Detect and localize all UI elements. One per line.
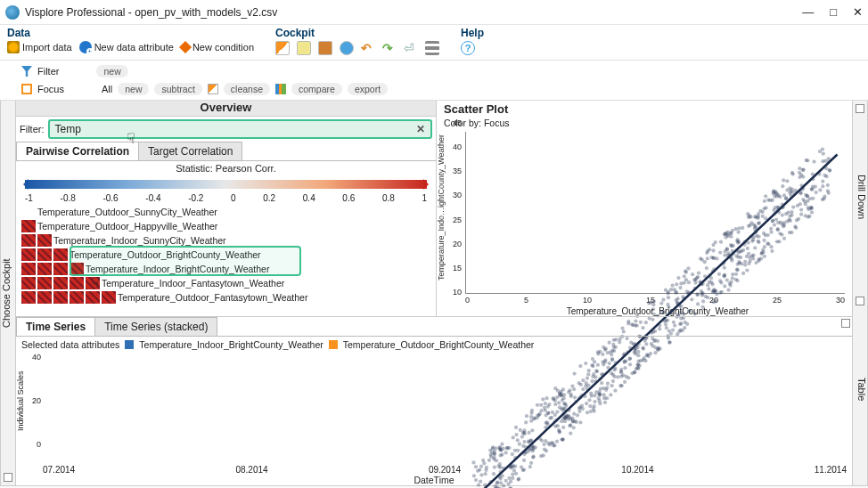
timeseries-panel: Time Series Time Series (stacked) Select… — [16, 316, 852, 485]
svg-point-205 — [821, 180, 824, 183]
svg-point-27 — [741, 272, 745, 275]
svg-point-795 — [687, 281, 691, 284]
svg-point-656 — [712, 289, 716, 293]
svg-point-824 — [651, 303, 655, 306]
svg-point-845 — [799, 191, 803, 195]
new-condition-button[interactable]: New condition — [181, 42, 254, 53]
svg-point-570 — [818, 188, 822, 191]
svg-point-763 — [661, 298, 665, 302]
correlation-matrix[interactable]: Temperature_Outdoor_SunnyCity_Weather Te… — [16, 203, 436, 306]
scatter-plot[interactable] — [465, 132, 845, 294]
svg-point-406 — [731, 276, 734, 280]
minimize-button[interactable]: — — [802, 5, 814, 19]
undo-icon[interactable]: ↶ — [361, 41, 375, 55]
svg-point-710 — [729, 235, 733, 239]
expand-icon[interactable] — [856, 104, 864, 113]
svg-point-323 — [749, 235, 752, 239]
svg-point-316 — [719, 240, 723, 244]
window-tool-icon[interactable] — [297, 41, 311, 55]
svg-point-847 — [757, 212, 760, 216]
svg-point-606 — [764, 194, 767, 198]
overview-filter-input[interactable]: Temp ✕ ☟ — [48, 119, 433, 139]
svg-point-708 — [764, 233, 767, 237]
table-tab[interactable]: Table — [852, 293, 868, 485]
svg-point-873 — [750, 240, 754, 243]
timeseries-ylabel: Individual Scales — [16, 353, 29, 449]
focus-label: Focus — [37, 84, 64, 94]
svg-point-827 — [823, 197, 826, 200]
database-icon — [7, 41, 20, 53]
tab-pairwise-correlation[interactable]: Pairwise Correlation — [16, 142, 139, 160]
svg-point-726 — [690, 297, 693, 301]
filter-new-pill[interactable]: new — [96, 65, 127, 77]
svg-point-293 — [686, 266, 690, 270]
svg-point-310 — [799, 213, 803, 216]
svg-point-680 — [749, 259, 752, 263]
svg-point-812 — [708, 281, 711, 284]
overview-filter-label: Filter: — [20, 124, 45, 134]
scatter-title: Scatter Plot — [438, 101, 850, 118]
svg-point-793 — [795, 218, 798, 222]
svg-point-694 — [736, 231, 740, 234]
svg-point-249 — [659, 301, 663, 305]
svg-point-893 — [738, 261, 741, 264]
scatter-subtitle: Color by: Focus — [438, 118, 850, 130]
svg-point-290 — [776, 228, 780, 232]
svg-point-764 — [821, 147, 824, 150]
focus-all[interactable]: All — [102, 84, 112, 94]
maximize-button[interactable]: □ — [830, 5, 837, 19]
svg-point-576 — [681, 295, 684, 298]
svg-point-565 — [705, 251, 708, 255]
back-icon[interactable]: ⏎ — [404, 41, 418, 55]
clear-filter-icon[interactable]: ✕ — [416, 123, 425, 135]
svg-point-275 — [772, 208, 775, 212]
svg-point-398 — [807, 215, 811, 218]
tab-time-series-stacked[interactable]: Time Series (stacked) — [94, 317, 217, 336]
svg-point-108 — [821, 184, 824, 188]
swatch-blue-icon — [125, 340, 134, 349]
focus-subtract-pill[interactable]: subtract — [154, 83, 201, 95]
svg-point-295 — [753, 246, 757, 249]
svg-point-524 — [712, 256, 716, 260]
redo-icon[interactable]: ↷ — [382, 41, 397, 55]
expand-icon[interactable] — [841, 319, 850, 328]
focus-export-pill[interactable]: export — [348, 83, 388, 95]
svg-point-648 — [790, 194, 793, 198]
tab-time-series[interactable]: Time Series — [16, 317, 95, 336]
tab-target-correlation[interactable]: Target Correlation — [138, 142, 242, 160]
svg-point-884 — [828, 168, 831, 172]
expand-icon[interactable] — [856, 297, 864, 305]
brush-tool-icon[interactable] — [318, 41, 332, 55]
focus-new-pill[interactable]: new — [118, 83, 149, 95]
svg-point-614 — [753, 215, 757, 218]
circle-tool-icon[interactable] — [340, 41, 354, 55]
svg-point-575 — [745, 268, 749, 272]
svg-point-719 — [671, 283, 675, 287]
svg-point-757 — [826, 183, 830, 187]
window-title: Visplore Professional - open_pv_with_mod… — [25, 6, 277, 19]
list-tool-icon[interactable] — [425, 41, 439, 55]
color-legend — [16, 175, 436, 193]
close-button[interactable]: ✕ — [853, 5, 863, 19]
choose-cockpit-tab[interactable]: Choose Cockpit — [0, 101, 16, 485]
svg-point-670 — [675, 298, 678, 302]
svg-point-796 — [734, 254, 738, 257]
svg-point-739 — [701, 305, 705, 309]
import-data-button[interactable]: Import data — [7, 41, 72, 53]
edit-tool-icon[interactable] — [275, 41, 290, 55]
svg-point-759 — [798, 202, 802, 206]
svg-point-877 — [780, 232, 783, 236]
svg-point-729 — [799, 207, 803, 211]
help-icon[interactable]: ? — [461, 41, 475, 55]
new-attribute-button[interactable]: New data attribute — [79, 41, 174, 53]
focus-cleanse-pill[interactable]: cleanse — [224, 83, 270, 95]
svg-point-835 — [731, 272, 734, 276]
svg-point-894 — [759, 252, 763, 256]
svg-point-801 — [741, 248, 745, 252]
svg-point-852 — [757, 222, 760, 225]
svg-point-792 — [800, 187, 804, 191]
drill-down-tab[interactable]: Drill Down — [852, 101, 868, 293]
svg-point-539 — [794, 226, 798, 230]
focus-compare-pill[interactable]: compare — [291, 83, 342, 95]
expand-icon[interactable] — [4, 473, 12, 482]
